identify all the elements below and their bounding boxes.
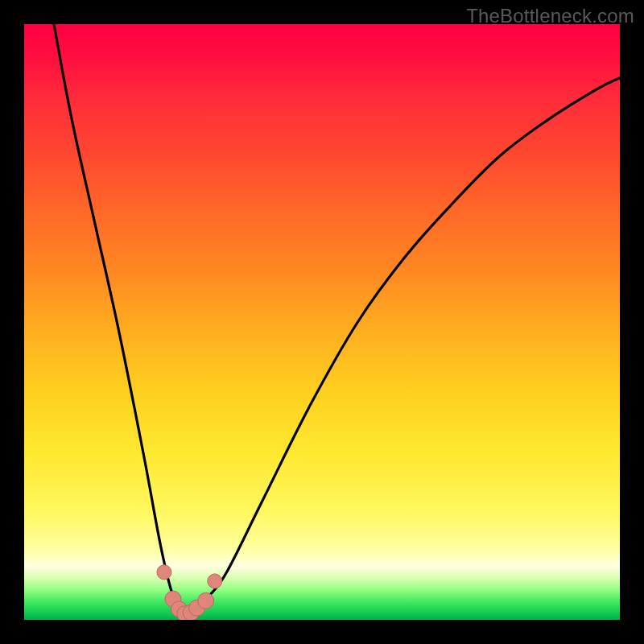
- marker-point: [208, 574, 222, 588]
- marker-point: [198, 592, 214, 609]
- plot-area: [24, 24, 620, 620]
- chart-frame: TheBottleneck.com: [0, 0, 644, 644]
- curve-layer: [24, 24, 620, 620]
- bottleneck-curve: [54, 24, 620, 614]
- marker-point: [157, 565, 171, 580]
